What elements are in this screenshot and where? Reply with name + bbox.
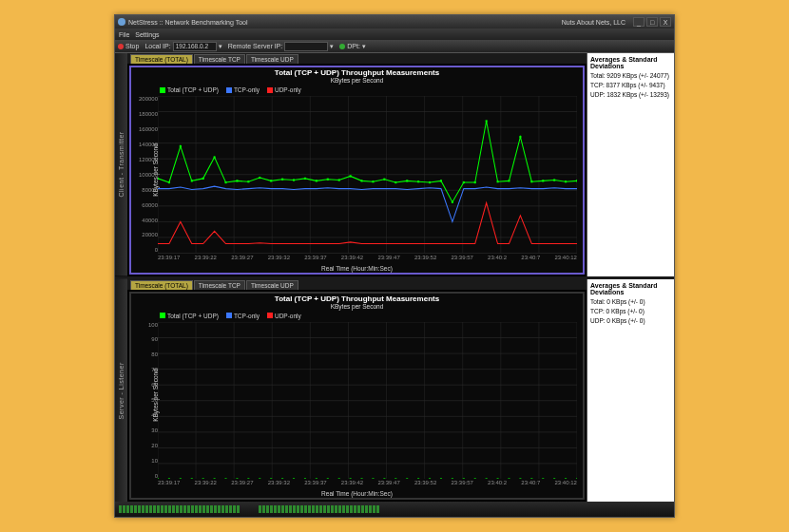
legend-tcp: TCP-only bbox=[234, 86, 260, 93]
chart-legend-tx: Total (TCP + UDP) TCP-only UDP-only bbox=[160, 86, 301, 93]
svg-rect-49 bbox=[452, 201, 453, 203]
legend-swatch-total-rx bbox=[160, 313, 165, 318]
legend-tcp-rx: TCP-only bbox=[234, 313, 260, 319]
svg-rect-32 bbox=[259, 177, 260, 179]
sidebar-transmitter: Averages & Standard Deviations Total: 92… bbox=[587, 53, 674, 276]
x-axis-label-tx: Real Time (Hour:Min:Sec) bbox=[131, 265, 583, 272]
svg-rect-37 bbox=[316, 180, 318, 181]
svg-rect-31 bbox=[247, 180, 249, 182]
legend-total-rx: Total (TCP + UDP) bbox=[167, 313, 219, 319]
sidebar-title-rx: Averages & Standard Deviations bbox=[590, 282, 671, 295]
svg-rect-45 bbox=[406, 180, 408, 181]
svg-rect-24 bbox=[168, 181, 170, 183]
close-button[interactable]: X bbox=[660, 17, 671, 27]
legend-total: Total (TCP + UDP) bbox=[167, 86, 219, 93]
chart-title-tx: Total (TCP + UDP) Throughput Measurement… bbox=[131, 68, 583, 77]
sidebar-udp-tx: UDP: 1832 KBps (+/- 13293) bbox=[590, 91, 671, 98]
chart-listener: Total (TCP + UDP) Throughput Measurement… bbox=[129, 292, 585, 501]
vtab-listener[interactable]: Server - Listener bbox=[115, 279, 127, 503]
remote-ip-input[interactable] bbox=[284, 42, 328, 51]
minimize-button[interactable]: _ bbox=[633, 17, 645, 27]
window-title: NetStress :: Network Benchmarking Tool bbox=[128, 19, 248, 26]
chart-subtitle-tx: KBytes per Second bbox=[131, 77, 583, 84]
maximize-button[interactable]: □ bbox=[646, 17, 658, 27]
dpt-icon bbox=[339, 44, 345, 49]
legend-udp-rx: UDP-only bbox=[275, 313, 301, 319]
tab-udp-tx[interactable]: Timescale UDP bbox=[246, 54, 298, 64]
tab-tcp-rx[interactable]: Timescale TCP bbox=[194, 280, 245, 290]
panel-listener: Server - Listener Timescale (TOTAL) Time… bbox=[115, 279, 674, 503]
x-axis-label-rx: Real Time (Hour:Min:Sec) bbox=[131, 490, 583, 497]
svg-rect-25 bbox=[180, 145, 182, 147]
chart-transmitter: Total (TCP + UDP) Throughput Measurement… bbox=[129, 66, 585, 275]
svg-rect-28 bbox=[214, 156, 216, 158]
local-ip-dropdown-icon[interactable]: ▾ bbox=[219, 43, 222, 50]
chart-legend-rx: Total (TCP + UDP) TCP-only UDP-only bbox=[160, 313, 301, 319]
svg-rect-27 bbox=[202, 178, 204, 180]
x-ticks-tx: 23:39:1723:39:2223:39:2723:39:3223:39:37… bbox=[158, 255, 577, 263]
legend-swatch-udp-rx bbox=[267, 313, 273, 318]
legend-swatch-udp bbox=[267, 87, 273, 93]
sidebar-udp-rx: UDP: 0 KBps (+/- 0) bbox=[590, 317, 671, 324]
svg-rect-38 bbox=[327, 179, 329, 180]
svg-rect-57 bbox=[542, 180, 544, 181]
sidebar-title-tx: Averages & Standard Deviations bbox=[590, 56, 671, 69]
stop-icon bbox=[118, 44, 124, 49]
svg-rect-56 bbox=[530, 180, 532, 182]
progress-indicator-2 bbox=[259, 505, 379, 513]
svg-rect-46 bbox=[417, 180, 419, 182]
vendor-label: Nuts About Nets, LLC bbox=[562, 19, 625, 26]
x-ticks-rx: 23:39:1723:39:2223:39:2723:39:3223:39:37… bbox=[158, 480, 577, 488]
plot-area-rx bbox=[158, 322, 577, 480]
legend-udp: UDP-only bbox=[275, 86, 301, 93]
content: Client - Transmitter Timescale (TOTAL) T… bbox=[115, 53, 674, 502]
legend-swatch-tcp-rx bbox=[226, 313, 232, 318]
panel-transmitter: Client - Transmitter Timescale (TOTAL) T… bbox=[115, 53, 674, 276]
chart-subtitle-rx: KBytes per Second bbox=[131, 303, 583, 310]
svg-rect-60 bbox=[576, 180, 577, 181]
local-ip-input[interactable] bbox=[173, 42, 217, 51]
tab-total-tx[interactable]: Timescale (TOTAL) bbox=[130, 54, 193, 64]
svg-rect-30 bbox=[236, 180, 238, 181]
tabs-transmitter: Timescale (TOTAL) Timescale TCP Timescal… bbox=[127, 53, 587, 64]
y-ticks-rx: 1009080706050403020100 bbox=[133, 322, 158, 480]
dpt-label: DPt: bbox=[347, 43, 360, 49]
vtab-transmitter[interactable]: Client - Transmitter bbox=[115, 53, 127, 276]
chart-title-rx: Total (TCP + UDP) Throughput Measurement… bbox=[131, 294, 583, 303]
app-window: NetStress :: Network Benchmarking Tool N… bbox=[114, 14, 675, 518]
svg-rect-29 bbox=[224, 181, 226, 183]
tab-udp-rx[interactable]: Timescale UDP bbox=[246, 280, 298, 290]
svg-rect-39 bbox=[338, 179, 340, 180]
tab-total-rx[interactable]: Timescale (TOTAL) bbox=[130, 280, 193, 290]
menubar: File Settings bbox=[115, 28, 674, 40]
svg-rect-23 bbox=[158, 178, 159, 180]
app-icon bbox=[118, 18, 125, 26]
svg-rect-36 bbox=[304, 178, 306, 180]
svg-rect-42 bbox=[372, 180, 374, 182]
dpt-dropdown-icon[interactable]: ▾ bbox=[362, 43, 366, 50]
sidebar-tcp-tx: TCP: 8377 KBps (+/- 9437) bbox=[590, 82, 671, 88]
toolbar: Stop Local IP: ▾ Remote Server IP: ▾ DPt… bbox=[115, 40, 674, 53]
menu-settings[interactable]: Settings bbox=[135, 31, 159, 38]
svg-rect-54 bbox=[508, 180, 510, 181]
tabs-listener: Timescale (TOTAL) Timescale TCP Timescal… bbox=[127, 279, 587, 290]
svg-rect-47 bbox=[429, 181, 431, 183]
sidebar-total-tx: Total: 9209 KBps (+/- 24077) bbox=[590, 72, 671, 79]
svg-rect-58 bbox=[553, 179, 555, 180]
svg-rect-35 bbox=[293, 179, 295, 180]
svg-rect-59 bbox=[565, 180, 567, 182]
svg-rect-48 bbox=[440, 180, 442, 181]
sidebar-listener: Averages & Standard Deviations Total: 0 … bbox=[587, 279, 674, 503]
statusbar bbox=[115, 502, 674, 517]
svg-rect-34 bbox=[281, 179, 283, 180]
menu-file[interactable]: File bbox=[119, 31, 129, 38]
svg-rect-51 bbox=[474, 181, 476, 183]
remote-ip-dropdown-icon[interactable]: ▾ bbox=[330, 43, 334, 50]
svg-rect-41 bbox=[361, 180, 363, 181]
stop-button[interactable]: Stop bbox=[118, 43, 139, 49]
local-ip-label: Local IP: bbox=[144, 43, 170, 49]
svg-rect-33 bbox=[270, 180, 272, 181]
plot-area-tx bbox=[158, 96, 577, 254]
tab-tcp-tx[interactable]: Timescale TCP bbox=[194, 54, 245, 64]
stop-label: Stop bbox=[125, 43, 139, 49]
